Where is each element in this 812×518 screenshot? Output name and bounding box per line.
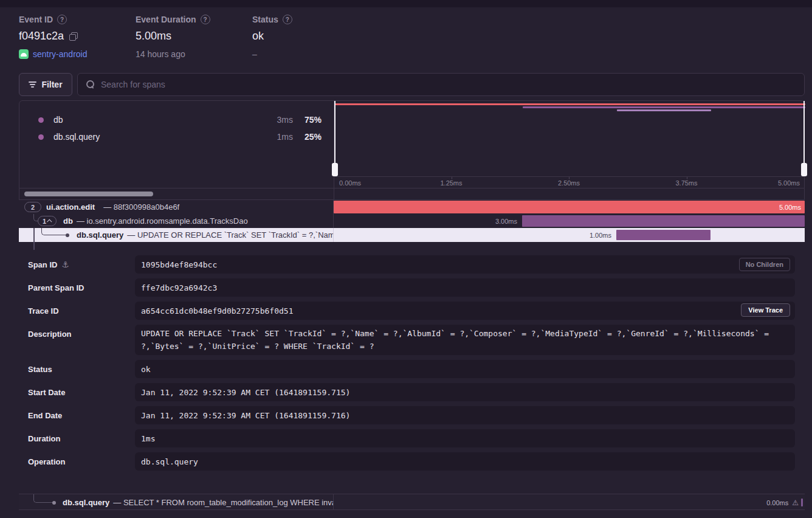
- help-icon[interactable]: ?: [57, 15, 67, 24]
- status-field: Status ? ok –: [252, 15, 292, 59]
- operation-row-label-text: Operation: [28, 457, 65, 466]
- column-divider: [334, 188, 334, 199]
- event-id-value: f0491c2a: [19, 30, 64, 43]
- span-bullet: [52, 501, 56, 505]
- android-icon: [19, 49, 29, 59]
- minimap-handle-left[interactable]: [334, 101, 335, 176]
- span-desc: — 88f300998a0b4e6f: [103, 202, 179, 212]
- tree-connector: [33, 214, 38, 221]
- tree-guide-line: [33, 228, 35, 242]
- span-bullet: [66, 233, 69, 237]
- span-id-label: Span ID ⚓: [28, 255, 69, 274]
- trace-id-label-text: Trace ID: [28, 306, 59, 316]
- view-trace-button[interactable]: View Trace: [741, 303, 790, 317]
- span-desc: — SELECT * FROM room_table_modification_…: [113, 498, 333, 507]
- help-icon[interactable]: ?: [283, 15, 292, 24]
- filter-button-label: Filter: [41, 80, 62, 89]
- minimap-span-line: [523, 106, 805, 108]
- copy-icon[interactable]: [69, 32, 77, 40]
- parent-span-id-text: ffe7dbc92a6942c3: [141, 283, 217, 292]
- end-date-label-text: End Date: [28, 411, 62, 420]
- filter-button[interactable]: Filter: [19, 73, 72, 96]
- minimap-grip[interactable]: [332, 163, 338, 176]
- event-duration-field: Event Duration ? 5.00ms 14 hours ago: [136, 15, 210, 59]
- span-duration-label: 3.00ms: [495, 214, 517, 228]
- start-date-label-text: Start Date: [28, 388, 65, 397]
- span-op: db: [63, 216, 73, 226]
- span-row-db[interactable]: 1 db — io.sentry.android.roomsample.data…: [19, 214, 805, 228]
- span-row-left: db.sql.query — UPDATE OR REPLACE `Track`…: [19, 228, 333, 242]
- time-axis: 0.00ms 1.25ms 2.50ms 3.75ms 5.00ms: [334, 176, 804, 188]
- duration-row-label: Duration: [28, 429, 60, 447]
- span-duration-label: 5.00ms: [779, 200, 801, 214]
- span-desc: — io.sentry.android.roomsample.data.Trac…: [77, 216, 248, 226]
- span-row-bar-cell: 5.00ms: [334, 200, 805, 214]
- span-row-bar-cell: 3.00ms: [334, 214, 805, 228]
- legend-item-db[interactable]: db 3ms 75%: [19, 112, 334, 127]
- minimap-handle-right[interactable]: [803, 101, 805, 176]
- search-input[interactable]: [101, 80, 804, 89]
- top-strip: [0, 0, 812, 7]
- start-date-label: Start Date: [28, 383, 65, 401]
- description-label: Description: [28, 325, 72, 343]
- column-divider: [333, 200, 334, 214]
- legend-item-db-sql-query[interactable]: db.sql.query 1ms 25%: [19, 130, 334, 144]
- event-id-value-row: f0491c2a: [19, 30, 88, 43]
- axis-label: 3.75ms: [675, 179, 697, 187]
- op-color-dot: [38, 117, 44, 123]
- children-count-pill[interactable]: 1: [38, 216, 57, 226]
- event-time-ago: 14 hours ago: [136, 49, 210, 59]
- span-op: db.sql.query: [63, 498, 109, 507]
- event-duration-label: Event Duration ?: [136, 15, 210, 24]
- status-row-label: Status: [28, 360, 52, 378]
- minimap-chart[interactable]: [334, 101, 805, 176]
- trace-id-label: Trace ID: [28, 302, 59, 320]
- search-icon: [86, 80, 95, 89]
- span-duration-bar: [616, 230, 710, 240]
- children-count-pill[interactable]: 2: [24, 202, 41, 212]
- span-row-bar-cell: 1.00ms: [334, 228, 805, 242]
- trace-id-text: a654cc61dc0b48ef9d0b27275b6f0d51: [141, 306, 293, 316]
- status-row-value: ok: [135, 360, 795, 378]
- span-duration-label: 0.00ms: [766, 499, 788, 506]
- span-op: ui.action.edit: [46, 202, 95, 212]
- event-id-field: Event ID ? f0491c2a sentry-android: [19, 15, 88, 59]
- help-icon[interactable]: ?: [201, 15, 210, 24]
- start-date-value: Jan 11, 2022 9:52:39 AM CET (1641891159.…: [135, 383, 795, 401]
- span-duration-bar: [522, 215, 805, 227]
- span-row-db-sql-query-selected[interactable]: db.sql.query — UPDATE OR REPLACE `Track`…: [19, 228, 805, 242]
- horizontal-scrollbar-thumb[interactable]: [24, 192, 153, 196]
- scrollbar-row: [19, 188, 805, 200]
- operation-row-value: db.sql.query: [135, 452, 795, 471]
- pill-count: 1: [43, 218, 46, 225]
- status-label-text: Status: [252, 15, 278, 24]
- span-row-db-sql-query-select[interactable]: db.sql.query — SELECT * FROM room_table_…: [19, 494, 805, 510]
- legend-percent: 75%: [296, 115, 322, 125]
- op-color-dot: [38, 134, 44, 140]
- column-divider: [333, 214, 334, 228]
- description-label-text: Description: [28, 330, 72, 339]
- status-label: Status ?: [252, 15, 292, 24]
- span-id-label-text: Span ID: [28, 260, 57, 269]
- span-row-left: 1 db — io.sentry.android.roomsample.data…: [19, 214, 333, 228]
- project-link[interactable]: sentry-android: [33, 49, 88, 59]
- legend-duration: 3ms: [250, 115, 293, 125]
- axis-label: 1.25ms: [440, 179, 462, 187]
- tree-connector: [33, 494, 53, 503]
- minimap-span-line: [334, 103, 805, 105]
- trace-minimap: db 3ms 75% db.sql.query 1ms 25% 0.00ms 1…: [19, 100, 805, 188]
- span-row-ui-action-edit[interactable]: 2 ui.action.edit — 88f300998a0b4e6f 5.00…: [19, 200, 805, 214]
- span-tree: 2 ui.action.edit — 88f300998a0b4e6f 5.00…: [19, 200, 805, 242]
- project-row: sentry-android: [19, 49, 88, 59]
- event-id-label-text: Event ID: [19, 15, 53, 24]
- end-date-value: Jan 11, 2022 9:52:39 AM CET (1641891159.…: [135, 406, 795, 424]
- status-row-label-text: Status: [28, 365, 52, 374]
- minimap-grip[interactable]: [801, 163, 807, 176]
- span-op: db.sql.query: [77, 230, 123, 240]
- axis-label: 0.00ms: [339, 179, 361, 187]
- anchor-icon[interactable]: ⚓: [61, 260, 69, 269]
- axis-label: 2.50ms: [558, 179, 580, 187]
- span-row-text: db.sql.query — UPDATE OR REPLACE `Track`…: [77, 228, 333, 242]
- status-sub: –: [252, 49, 292, 59]
- span-row-left: 2 ui.action.edit — 88f300998a0b4e6f: [19, 200, 333, 214]
